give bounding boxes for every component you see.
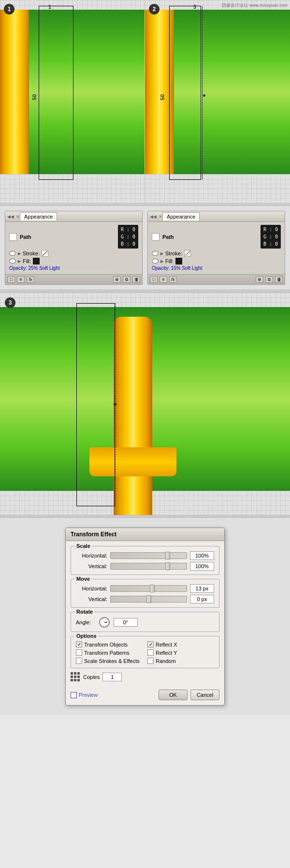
preview-checkbox[interactable]	[71, 692, 77, 698]
opacity-row-1[interactable]: Opacity: 25% Soft Light	[7, 265, 140, 272]
move-horizontal-label: Horizontal:	[76, 586, 107, 591]
panel-menu-icon-2[interactable]: ≡	[160, 276, 167, 283]
step-circle-2: 2	[149, 4, 160, 15]
copy-icon-2[interactable]: ⧉	[265, 276, 273, 283]
scale-strokes-checkbox[interactable]	[76, 658, 82, 664]
selection-box-1	[39, 6, 73, 180]
appearance-panel-1: ◀◀ ✕ Appearance Path R : 0 G : 0 B : 0	[5, 211, 143, 285]
number-label-1: 1	[48, 4, 51, 10]
scale-vertical-slider[interactable]	[110, 563, 187, 570]
cancel-button[interactable]: Cancel	[190, 690, 219, 700]
stroke-swatch-1[interactable]	[42, 250, 48, 257]
delete-icon-2[interactable]: 🗑	[275, 276, 283, 283]
copies-value[interactable]: 1	[102, 673, 122, 681]
stroke-row-1: ▶ Stroke:	[7, 250, 140, 257]
fill-swatch-1[interactable]	[33, 258, 40, 265]
expand-icon-stroke-1[interactable]: ▶	[18, 251, 21, 256]
new-layer-icon-1[interactable]: □	[7, 276, 15, 283]
pipe-panel-1: 1 1 50	[0, 0, 145, 203]
scale-horizontal-thumb[interactable]	[165, 552, 170, 559]
pipe-number-1: 50	[31, 94, 37, 100]
panel-resize-1: ◀◀ ✕	[7, 214, 20, 219]
visibility-icon-fill-2[interactable]	[152, 259, 159, 264]
expand-icon-fill-1[interactable]: ▶	[18, 259, 21, 264]
scale-vertical-value[interactable]: 100%	[190, 562, 214, 571]
stroke-label-2: Stroke:	[165, 250, 182, 256]
expand-icon-stroke-2[interactable]: ▶	[160, 251, 163, 256]
watermark: 思缘设计论坛 www.missyuan.com	[222, 2, 288, 9]
step-badge-2: 2	[149, 4, 160, 15]
scale-horizontal-label: Horizontal:	[76, 553, 107, 559]
visibility-icon-fill-1[interactable]	[9, 259, 16, 264]
pipe-number-2: 50	[160, 94, 165, 100]
options-grid: ✓ Transform Objects ✓ Reflect X Transfor…	[76, 641, 214, 664]
random-checkbox[interactable]	[147, 658, 154, 664]
angle-dial[interactable]	[99, 617, 110, 628]
reflect-x-checkbox[interactable]: ✓	[147, 641, 154, 647]
middle-green-bg	[0, 307, 290, 491]
move-vertical-label: Vertical:	[76, 596, 107, 602]
scale-vertical-label: Vertical:	[76, 563, 107, 569]
transform-patterns-label: Transform Patterns	[84, 650, 130, 656]
scale-vertical-row: Vertical: 100%	[76, 562, 214, 571]
move-vertical-slider[interactable]	[110, 596, 187, 603]
fill-label-2: Fill:	[165, 258, 174, 264]
options-group-title: Options	[75, 633, 98, 639]
path-label-2: Path	[162, 234, 261, 240]
appearance-tab-1[interactable]: Appearance	[20, 212, 57, 221]
stroke-row-2: ▶ Stroke:	[150, 250, 283, 257]
move-horizontal-thumb[interactable]	[150, 585, 155, 592]
panel-titlebar-1: ◀◀ ✕ Appearance	[5, 211, 142, 222]
fx-icon-2[interactable]: fx	[169, 276, 177, 283]
delete-icon-1[interactable]: 🗑	[132, 276, 140, 283]
move-horizontal-row: Horizontal: 13 px	[76, 584, 214, 593]
new-layer-icon-2[interactable]: □	[150, 276, 158, 283]
stroke-label-1: Stroke:	[23, 250, 40, 256]
path-row-1: Path R : 0 G : 0 B : 0	[7, 224, 140, 250]
duplicate-icon-2[interactable]: ⊗	[256, 276, 263, 283]
move-group: Move Horizontal: 13 px Vertical: 0 px	[71, 579, 219, 608]
pipe-panel-2: 2 3 50	[145, 0, 290, 203]
preview-label: Preview	[79, 692, 98, 698]
appearance-tab-2[interactable]: Appearance	[162, 212, 200, 221]
move-group-title: Move	[75, 576, 91, 582]
fill-swatch-2[interactable]	[175, 258, 182, 265]
copies-row: Copies 1	[71, 672, 219, 682]
panel-menu-icon-1[interactable]: ≡	[17, 276, 25, 283]
copy-icon-1[interactable]: ⧉	[123, 276, 130, 283]
ok-button[interactable]: OK	[159, 690, 188, 700]
transform-objects-row: ✓ Transform Objects	[76, 641, 143, 647]
panel-body-2: Path R : 0 G : 0 B : 0 ▶ Stroke: ▶ Fill:	[148, 222, 285, 274]
step-circle-1: 1	[4, 4, 14, 15]
rgb-display-2: R : 0 G : 0 B : 0	[261, 225, 281, 249]
reflect-x-label: Reflect X	[156, 642, 177, 647]
opacity-row-2[interactable]: Opacity: 15% Soft Light	[150, 265, 283, 272]
visibility-icon-stroke-1[interactable]	[9, 251, 16, 256]
green-background-2	[145, 10, 290, 174]
reflect-y-label: Reflect Y	[156, 650, 177, 656]
transform-objects-checkbox[interactable]: ✓	[76, 641, 82, 647]
visibility-icon-stroke-2[interactable]	[152, 251, 159, 256]
scale-horizontal-value[interactable]: 100%	[190, 551, 214, 560]
expand-icon-fill-2[interactable]: ▶	[160, 259, 163, 264]
transform-objects-label: Transform Objects	[84, 642, 128, 647]
fill-label-1: Fill:	[23, 258, 31, 264]
dial-indicator	[104, 622, 107, 623]
rotate-group-title: Rotate	[75, 609, 94, 615]
transform-patterns-checkbox[interactable]	[76, 649, 82, 656]
move-horizontal-slider[interactable]	[110, 585, 187, 592]
scale-strokes-label: Scale Strokes & Effects	[84, 658, 140, 664]
yellow-pipe-1	[0, 10, 29, 174]
reflect-y-checkbox[interactable]	[147, 649, 154, 656]
move-horizontal-value[interactable]: 13 px	[190, 584, 214, 593]
scale-vertical-thumb[interactable]	[165, 562, 170, 570]
angle-value[interactable]: 0°	[114, 618, 138, 627]
duplicate-icon-1[interactable]: ⊗	[113, 276, 121, 283]
scale-horizontal-slider[interactable]	[110, 552, 187, 559]
stroke-swatch-2[interactable]	[184, 250, 191, 257]
move-vertical-value[interactable]: 0 px	[190, 595, 214, 603]
dialog-buttons: OK Cancel	[159, 690, 219, 700]
fx-icon-1[interactable]: fx	[27, 276, 34, 283]
move-vertical-thumb[interactable]	[146, 595, 151, 603]
middle-anchor-dot	[114, 403, 116, 406]
